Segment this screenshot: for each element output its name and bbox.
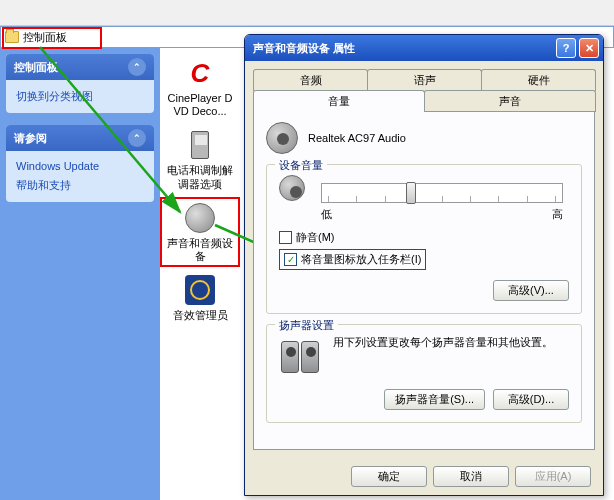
mute-label: 静音(M) [296,230,335,245]
help-button[interactable]: ? [556,38,576,58]
apply-button: 应用(A) [515,466,591,487]
sounds-audio-item[interactable]: 声音和音频设备 [164,201,236,263]
toolbar [0,0,614,26]
phone-modem-item[interactable]: 电话和调制解调器选项 [164,128,236,190]
phone-icon [191,131,209,159]
taskbar-icon-checkbox-row[interactable]: ✓ 将音量图标放入任务栏(I) [284,252,421,267]
folder-icon [5,31,19,43]
device-name: Realtek AC97 Audio [308,132,406,144]
speaker-icon [279,175,305,201]
group-title: 扬声器设置 [275,318,338,333]
switch-view-link[interactable]: 切换到分类视图 [16,86,144,107]
speaker-desc: 用下列设置更改每个扬声器音量和其他设置。 [333,335,569,379]
item-label: 声音和音频设备 [164,237,236,263]
sidebar-panel-title: 控制面板 [14,60,58,75]
mute-checkbox-row[interactable]: 静音(M) [279,230,569,245]
cineplayer-item[interactable]: C CinePlayer DVD Deco... [164,56,236,118]
speaker-settings-group: 扬声器设置 用下列设置更改每个扬声器音量和其他设置。 扬声器音量(S)... 高… [266,324,582,423]
tab-voice[interactable]: 语声 [367,69,482,91]
speaker-volume-button[interactable]: 扬声器音量(S)... [384,389,485,410]
control-panel-items: C CinePlayer DVD Deco... 电话和调制解调器选项 声音和音… [160,48,240,500]
speakers-icon [279,335,323,379]
sidebar-panel-header[interactable]: 控制面板 ⌃ [6,54,154,80]
taskbar-label: 将音量图标放入任务栏(I) [301,252,421,267]
dialog-title: 声音和音频设备 属性 [253,41,553,56]
cancel-button[interactable]: 取消 [433,466,509,487]
slider-thumb[interactable] [406,182,416,204]
group-title: 设备音量 [275,158,327,173]
properties-dialog: 声音和音频设备 属性 ? ✕ 音频 语声 硬件 音量 声音 Realtek AC… [244,34,604,496]
slider-low-label: 低 [321,207,332,222]
sidebar: 控制面板 ⌃ 切换到分类视图 请参阅 ⌃ Windows Update 帮助和支… [0,48,160,500]
device-volume-group: 设备音量 低 高 [266,164,582,314]
collapse-icon[interactable]: ⌃ [128,129,146,147]
audio-manager-item[interactable]: 音效管理员 [164,273,236,322]
sidebar-panel-header[interactable]: 请参阅 ⌃ [6,125,154,151]
volume-slider[interactable] [321,183,563,203]
close-button[interactable]: ✕ [579,38,599,58]
speaker-icon [266,122,298,154]
tab-audio[interactable]: 音频 [253,69,368,91]
titlebar[interactable]: 声音和音频设备 属性 ? ✕ [245,35,603,61]
breadcrumb-label: 控制面板 [23,30,67,45]
collapse-icon[interactable]: ⌃ [128,58,146,76]
tab-volume[interactable]: 音量 [253,90,425,112]
advanced-volume-button[interactable]: 高级(V)... [493,280,569,301]
checkbox-icon[interactable] [279,231,292,244]
audio-fx-icon [185,275,215,305]
item-label: CinePlayer DVD Deco... [164,92,236,118]
cineplayer-icon: C [191,58,210,89]
speaker-icon [185,203,215,233]
item-label: 电话和调制解调器选项 [164,164,236,190]
speaker-advanced-button[interactable]: 高级(D)... [493,389,569,410]
help-support-link[interactable]: 帮助和支持 [16,175,144,196]
sidebar-panel-title: 请参阅 [14,131,47,146]
checkbox-icon[interactable]: ✓ [284,253,297,266]
windows-update-link[interactable]: Windows Update [16,157,144,175]
slider-high-label: 高 [552,207,563,222]
tab-sounds[interactable]: 声音 [424,90,596,112]
item-label: 音效管理员 [164,309,236,322]
tab-hardware[interactable]: 硬件 [481,69,596,91]
ok-button[interactable]: 确定 [351,466,427,487]
